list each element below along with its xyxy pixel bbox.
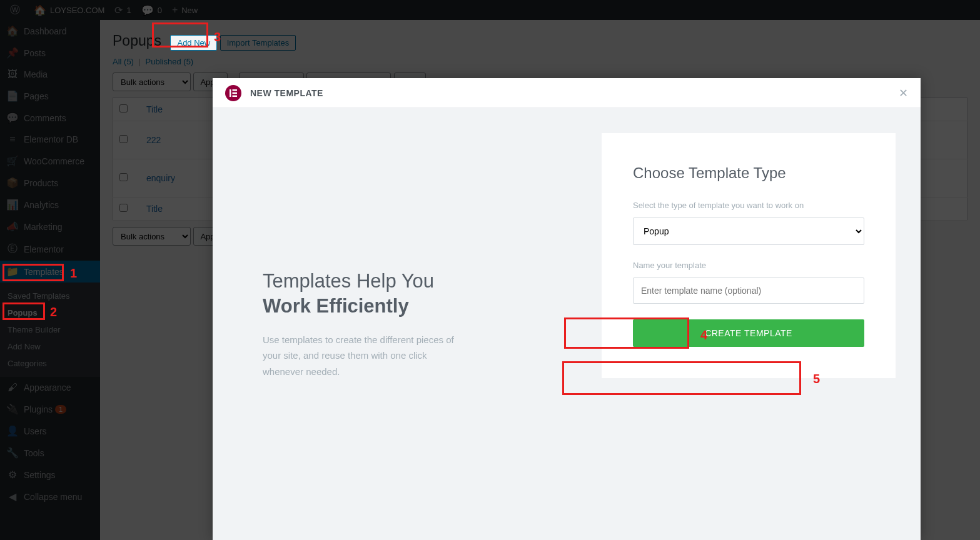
modal-heading: Templates Help You Work Efficiently — [263, 269, 552, 319]
modal-form: Choose Template Type Select the type of … — [602, 133, 896, 378]
template-name-input[interactable] — [633, 278, 864, 304]
svg-rect-2 — [233, 92, 238, 94]
modal-description: Use templates to create the different pi… — [263, 332, 463, 380]
svg-rect-3 — [233, 95, 238, 97]
modal-header: NEW TEMPLATE ✕ — [213, 78, 921, 108]
type-label: Select the type of template you want to … — [633, 201, 864, 210]
svg-rect-0 — [230, 89, 231, 97]
modal-info: Templates Help You Work Efficiently Use … — [213, 108, 602, 540]
modal-title: NEW TEMPLATE — [250, 88, 323, 98]
form-heading: Choose Template Type — [633, 164, 864, 182]
create-template-button[interactable]: CREATE TEMPLATE — [633, 319, 864, 347]
name-label: Name your template — [633, 261, 864, 270]
svg-rect-1 — [233, 89, 238, 91]
template-type-select[interactable]: Popup — [633, 218, 864, 245]
new-template-modal: NEW TEMPLATE ✕ Templates Help You Work E… — [213, 78, 921, 540]
elementor-logo-icon — [225, 85, 241, 101]
close-icon[interactable]: ✕ — [899, 86, 908, 100]
add-new-button[interactable]: Add New — [170, 35, 217, 51]
